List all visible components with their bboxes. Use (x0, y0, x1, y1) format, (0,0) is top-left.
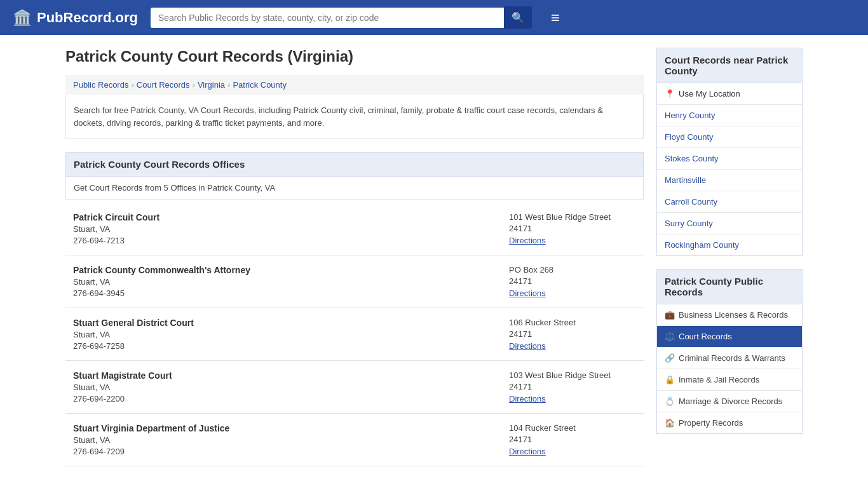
pub-records-icon: 🏠 (665, 418, 675, 428)
breadcrumb-virginia[interactable]: Virginia (198, 80, 225, 90)
office-entry: Stuart Magistrate Court Stuart, VA 276-6… (65, 361, 644, 414)
pub-records-icon: 💼 (665, 310, 675, 320)
menu-icon: ≡ (551, 9, 560, 26)
office-name: Patrick County Commonwealth's Attorney (73, 265, 509, 275)
nearby-section-header: Court Records near Patrick County (656, 48, 803, 83)
office-zip: 24171 (509, 224, 636, 233)
nearby-county-item[interactable]: Stokes County (657, 148, 802, 170)
office-entry: Patrick Circuit Court Stuart, VA 276-694… (65, 203, 644, 255)
nearby-county-item[interactable]: Floyd County (657, 126, 802, 148)
nearby-county-item[interactable]: Henry County (657, 105, 802, 126)
office-address: 106 Rucker Street (509, 318, 636, 327)
location-icon: 📍 (665, 89, 675, 98)
office-address: 103 West Blue Ridge Street (509, 370, 636, 380)
office-phone: 276-694-7209 (73, 447, 509, 456)
logo-link[interactable]: 🏛️ PubRecord.org (13, 9, 138, 27)
main-container: Patrick County Court Records (Virginia) … (53, 35, 815, 479)
pub-records-icon: 🔒 (665, 375, 675, 384)
search-button[interactable]: 🔍 (504, 6, 532, 29)
public-records-item[interactable]: 🏠 Property Records (657, 412, 802, 433)
breadcrumb-patrick-county[interactable]: Patrick County (233, 80, 287, 90)
pub-records-icon: 💍 (665, 396, 675, 406)
office-left-0: Patrick Circuit Court Stuart, VA 276-694… (73, 212, 509, 245)
office-left-2: Stuart General District Court Stuart, VA… (73, 318, 509, 351)
office-right-2: 106 Rucker Street 24171 Directions (509, 318, 636, 351)
office-entry: Patrick County Commonwealth's Attorney S… (65, 255, 644, 308)
directions-link[interactable]: Directions (509, 236, 546, 245)
office-right-0: 101 West Blue Ridge Street 24171 Directi… (509, 212, 636, 245)
office-phone: 276-694-7213 (73, 236, 509, 245)
office-city: Stuart, VA (73, 224, 509, 234)
office-left-4: Stuart Virginia Department of Justice St… (73, 423, 509, 456)
office-entry: Stuart Virginia Department of Justice St… (65, 414, 644, 466)
office-address: 101 West Blue Ridge Street (509, 212, 636, 222)
office-zip: 24171 (509, 276, 636, 286)
public-records-section-header: Patrick County Public Records (656, 269, 803, 304)
office-city: Stuart, VA (73, 277, 509, 287)
content-area: Patrick County Court Records (Virginia) … (65, 48, 644, 466)
office-phone: 276-694-2200 (73, 394, 509, 403)
nearby-county-item[interactable]: Surry County (657, 213, 802, 234)
pub-records-icon: 🔗 (665, 353, 675, 363)
public-records-item[interactable]: 💼 Business Licenses & Records (657, 304, 802, 326)
public-records-item[interactable]: 🔗 Criminal Records & Warrants (657, 348, 802, 369)
nearby-list: 📍 Use My Location Henry CountyFloyd Coun… (656, 83, 803, 256)
office-name: Stuart General District Court (73, 318, 509, 328)
nearby-county-item[interactable]: Rockingham County (657, 234, 802, 255)
office-left-3: Stuart Magistrate Court Stuart, VA 276-6… (73, 370, 509, 403)
office-zip: 24171 (509, 435, 636, 444)
office-right-1: PO Box 268 24171 Directions (509, 265, 636, 298)
office-right-4: 104 Rucker Street 24171 Directions (509, 423, 636, 456)
logo-text: PubRecord.org (37, 10, 138, 26)
pub-records-label: Criminal Records & Warrants (679, 353, 785, 363)
directions-link[interactable]: Directions (509, 394, 546, 403)
search-bar: 🔍 (151, 6, 532, 29)
directions-link[interactable]: Directions (509, 447, 546, 456)
office-phone: 276-694-3945 (73, 288, 509, 298)
breadcrumb-sep-1: › (131, 80, 133, 90)
offices-list: Patrick Circuit Court Stuart, VA 276-694… (65, 203, 644, 466)
use-location-item[interactable]: 📍 Use My Location (657, 83, 802, 105)
office-name: Patrick Circuit Court (73, 212, 509, 222)
office-city: Stuart, VA (73, 435, 509, 445)
office-address: PO Box 268 (509, 265, 636, 274)
offices-description: Get Court Records from 5 Offices in Patr… (65, 177, 644, 200)
directions-link[interactable]: Directions (509, 341, 546, 351)
office-phone: 276-694-7258 (73, 341, 509, 351)
public-records-item[interactable]: 💍 Marriage & Divorce Records (657, 391, 802, 412)
office-left-1: Patrick County Commonwealth's Attorney S… (73, 265, 509, 298)
pub-records-label: Property Records (679, 418, 743, 428)
pub-records-label: Court Records (679, 332, 732, 341)
office-right-3: 103 West Blue Ridge Street 24171 Directi… (509, 370, 636, 403)
page-description: Search for free Patrick County, VA Court… (65, 95, 644, 139)
pub-records-label: Inmate & Jail Records (679, 375, 759, 384)
office-address: 104 Rucker Street (509, 423, 636, 433)
pub-records-label: Marriage & Divorce Records (679, 396, 782, 406)
breadcrumb: Public Records › Court Records › Virgini… (65, 75, 644, 95)
public-records-item[interactable]: 🔒 Inmate & Jail Records (657, 369, 802, 391)
menu-button[interactable]: ≡ (551, 9, 560, 27)
breadcrumb-public-records[interactable]: Public Records (73, 80, 128, 90)
directions-link[interactable]: Directions (509, 288, 546, 298)
logo-icon: 🏛️ (13, 9, 32, 27)
office-city: Stuart, VA (73, 330, 509, 339)
page-title: Patrick County Court Records (Virginia) (65, 48, 644, 65)
public-records-item[interactable]: ⚖️ Court Records (657, 326, 802, 348)
pub-records-label: Business Licenses & Records (679, 310, 788, 320)
search-input[interactable] (151, 8, 504, 28)
pub-records-icon: ⚖️ (665, 332, 675, 341)
office-entry: Stuart General District Court Stuart, VA… (65, 308, 644, 361)
office-name: Stuart Magistrate Court (73, 370, 509, 381)
site-header: 🏛️ PubRecord.org 🔍 ≡ (0, 0, 868, 35)
nearby-counties-container: Henry CountyFloyd CountyStokes CountyMar… (657, 105, 802, 255)
nearby-county-item[interactable]: Martinsville (657, 170, 802, 191)
office-zip: 24171 (509, 329, 636, 339)
search-icon: 🔍 (512, 12, 524, 23)
breadcrumb-sep-2: › (193, 80, 195, 90)
office-city: Stuart, VA (73, 383, 509, 392)
breadcrumb-court-records[interactable]: Court Records (137, 80, 190, 90)
public-records-list: 💼 Business Licenses & Records ⚖️ Court R… (656, 304, 803, 434)
office-name: Stuart Virginia Department of Justice (73, 423, 509, 433)
nearby-county-item[interactable]: Carroll County (657, 191, 802, 213)
offices-section-header: Patrick County Court Records Offices (65, 152, 644, 177)
